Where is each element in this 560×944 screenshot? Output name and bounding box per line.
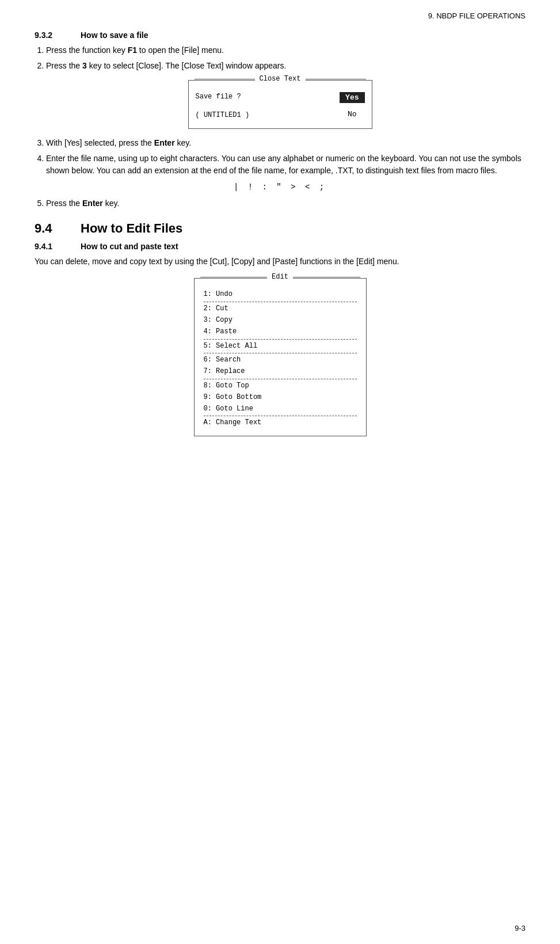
step-5-bold: Enter bbox=[82, 199, 103, 208]
dialog-right: Yes No bbox=[340, 91, 364, 121]
section-94-num: 9.4 bbox=[35, 221, 81, 236]
menu-item-replace[interactable]: 7: Replace bbox=[204, 366, 357, 378]
section-94-title: How to Edit Files bbox=[81, 221, 182, 236]
menu-item-select-all[interactable]: 5: Select All bbox=[204, 341, 357, 352]
header-text: 9. NBDP FILE OPERATIONS bbox=[428, 12, 525, 20]
menu-sep-2 bbox=[204, 339, 357, 340]
dialog-title-line-left bbox=[195, 79, 255, 79]
yes-button[interactable]: Yes bbox=[340, 92, 364, 103]
steps-list: Press the function key F1 to open the [F… bbox=[46, 44, 525, 72]
menu-sep-3 bbox=[204, 353, 357, 353]
menu-item-copy[interactable]: 3: Copy bbox=[204, 315, 357, 326]
dialog-body: Save file ? ( UNTITLED1 ) Yes No bbox=[189, 85, 372, 128]
section-941-heading: 9.4.1 How to cut and paste text bbox=[35, 242, 525, 251]
menu-sep-4 bbox=[204, 379, 357, 379]
menu-item-cut[interactable]: 2: Cut bbox=[204, 303, 357, 315]
dialog-title-text: Close Text bbox=[255, 75, 306, 83]
filename-label: ( UNTITLED1 ) bbox=[196, 109, 329, 121]
menu-title-line-left bbox=[200, 277, 268, 277]
menu-item-goto-top[interactable]: 8: Goto Top bbox=[204, 380, 357, 392]
page-container: 9. NBDP FILE OPERATIONS 9.3.2 How to sav… bbox=[0, 0, 560, 944]
section-932-heading: 9.3.2 How to save a file bbox=[35, 31, 525, 40]
menu-title-text: Edit bbox=[267, 273, 293, 281]
dialog-left: Save file ? ( UNTITLED1 ) bbox=[196, 91, 329, 121]
menu-title-bar: Edit bbox=[195, 273, 366, 281]
menu-container: Edit 1: Undo 2: Cut 3: Copy 4: Paste 5: … bbox=[35, 278, 525, 436]
menu-item-search[interactable]: 6: Search bbox=[204, 355, 357, 366]
dialog-box: Close Text Save file ? ( UNTITLED1 ) Yes… bbox=[188, 80, 372, 129]
menu-item-change-text[interactable]: A: Change Text bbox=[204, 417, 357, 429]
page-footer: 9-3 bbox=[515, 924, 525, 932]
dialog-title-line-right bbox=[306, 79, 366, 79]
page-number: 9-3 bbox=[515, 924, 525, 932]
save-file-label: Save file ? bbox=[196, 91, 329, 102]
dialog-container: Close Text Save file ? ( UNTITLED1 ) Yes… bbox=[35, 80, 525, 129]
step-1: Press the function key F1 to open the [F… bbox=[46, 44, 525, 56]
section-941-num: 9.4.1 bbox=[35, 242, 81, 251]
steps-list-3: Press the Enter key. bbox=[46, 197, 525, 210]
section-94-heading: 9.4 How to Edit Files bbox=[35, 221, 525, 236]
menu-item-goto-bottom[interactable]: 9: Goto Bottom bbox=[204, 392, 357, 404]
step-2: Press the 3 key to select [Close]. The [… bbox=[46, 60, 525, 72]
dialog-title-bar: Close Text bbox=[189, 75, 372, 83]
menu-item-paste[interactable]: 4: Paste bbox=[204, 326, 357, 338]
section-932-num: 9.3.2 bbox=[35, 31, 81, 40]
menu-item-undo[interactable]: 1: Undo bbox=[204, 289, 357, 300]
menu-sep-5 bbox=[204, 416, 357, 416]
steps-list-2: With [Yes] selected, press the Enter key… bbox=[46, 137, 525, 177]
step-5: Press the Enter key. bbox=[46, 197, 525, 210]
step-1-bold: F1 bbox=[128, 45, 137, 55]
menu-title-line-right bbox=[293, 277, 360, 277]
section-941-title: How to cut and paste text bbox=[81, 242, 178, 251]
section-932-content: Press the function key F1 to open the [F… bbox=[35, 44, 525, 210]
symbols-line: | ! : " > < ; bbox=[35, 182, 525, 192]
step-3-bold: Enter bbox=[154, 138, 175, 147]
no-button[interactable]: No bbox=[342, 109, 363, 120]
section-941-content: You can delete, move and copy text by us… bbox=[35, 256, 525, 436]
menu-body: 1: Undo 2: Cut 3: Copy 4: Paste 5: Selec… bbox=[195, 283, 366, 436]
step-4: Enter the file name, using up to eight c… bbox=[46, 153, 525, 177]
menu-item-goto-line[interactable]: 0: Goto Line bbox=[204, 404, 357, 415]
menu-sep-1 bbox=[204, 302, 357, 302]
section-932-title: How to save a file bbox=[81, 31, 148, 40]
page-header: 9. NBDP FILE OPERATIONS bbox=[35, 12, 525, 20]
menu-box: Edit 1: Undo 2: Cut 3: Copy 4: Paste 5: … bbox=[194, 278, 367, 436]
step-3: With [Yes] selected, press the Enter key… bbox=[46, 137, 525, 149]
step-2-bold: 3 bbox=[82, 61, 87, 70]
section-941-para: You can delete, move and copy text by us… bbox=[35, 256, 525, 268]
